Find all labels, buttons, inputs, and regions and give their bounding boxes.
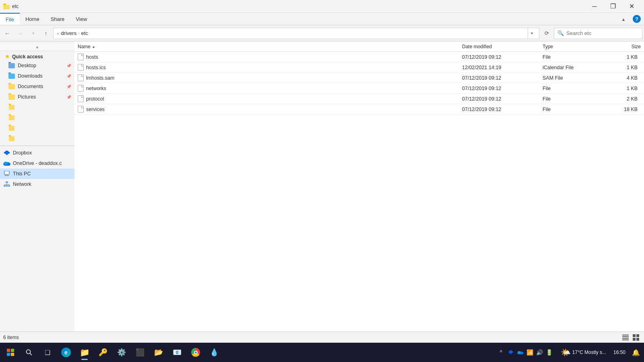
start-button[interactable] [2,343,19,361]
sidebar-item-documents[interactable]: Documents 📌 [0,81,74,92]
svg-rect-30 [11,349,14,352]
weather-widget[interactable]: 🌤️ 17°C Mostly s... [557,348,609,357]
sidebar-item-network[interactable]: Network [0,179,74,189]
onedrive-icon [3,160,10,167]
table-row[interactable]: protocol 07/12/2019 09:12 File 2 KB [74,94,644,104]
col-header-name[interactable]: Name ▲ [74,41,459,51]
maximize-button[interactable]: ❐ [604,0,622,13]
taskbar-app-chrome[interactable] [187,343,204,361]
taskbar-app-explorer[interactable]: 📁 [76,343,93,361]
downloads-label: Downloads [18,73,64,79]
minimize-button[interactable]: ─ [585,0,604,13]
file-date: 07/12/2019 09:12 [462,54,501,60]
file-name: lmhosts.sam [86,75,114,81]
status-bar: 6 items [0,331,644,343]
taskbar-app-folder[interactable]: 📂 [150,343,167,361]
sidebar-item-folder1[interactable] [0,102,74,113]
onedrive-tray-icon [517,350,524,354]
terminal-icon: ⬛ [136,348,144,357]
tray-chevron[interactable]: ^ [497,348,505,356]
tray-network-icon[interactable]: 📶 [526,348,534,356]
taskbar-app-terminal[interactable]: ⬛ [131,343,149,361]
details-view-button[interactable] [621,333,630,342]
taskbar-search-button[interactable] [20,343,38,361]
file-icon-2 [78,74,84,81]
taskbar-app-edge[interactable]: e [57,343,75,361]
sidebar-item-thispc[interactable]: This PC [0,169,74,179]
file-icon-3 [78,85,84,92]
svg-rect-11 [4,175,9,176]
taskbar-app-dropbox-taskbar[interactable]: 💧 [205,343,223,361]
tab-share[interactable]: Share [45,13,70,25]
svg-rect-14 [6,185,8,187]
file-name: hosts [86,54,98,60]
address-bar[interactable]: « drivers › etc ▾ [53,28,539,39]
quick-access-header[interactable]: ★ Quick access [0,51,74,60]
close-button[interactable]: ✕ [622,0,641,13]
col-header-type[interactable]: Type [539,41,604,51]
file-date: 07/12/2019 09:12 [462,86,501,91]
network-label: Network [13,181,71,187]
file-icon-5 [78,106,84,113]
back-button[interactable]: ← [2,28,13,39]
tab-view[interactable]: View [70,13,93,25]
svg-rect-32 [11,353,14,356]
col-header-date[interactable]: Date modified [459,41,539,51]
taskbar-app-settings[interactable]: ⚙️ [113,343,130,361]
table-row[interactable]: services 07/12/2019 09:12 File 18 KB [74,104,644,115]
col-date-label: Date modified [462,44,492,49]
forward-button[interactable]: → [14,28,26,39]
help-button[interactable]: ? [633,15,641,23]
taskbar-search-icon [26,349,32,356]
sidebar-item-onedrive[interactable]: OneDrive - deaddox.c [0,158,74,169]
table-row[interactable]: lmhosts.sam 07/12/2019 09:12 SAM File 4 … [74,73,644,83]
tray-speaker-icon[interactable]: 🔊 [536,348,544,356]
folder3-icon [8,125,15,132]
notification-button[interactable]: 🔔 [630,343,642,361]
svg-rect-1 [3,4,6,5]
file-date: 07/12/2019 09:12 [462,96,501,102]
file-date-cell: 07/12/2019 09:12 [459,73,539,83]
file-type: SAM File [543,75,563,81]
taskbar-app-mail[interactable]: 📧 [168,343,186,361]
scroll-up-indicator[interactable]: ▲ [0,43,74,51]
file-size: 2 KB [627,96,638,102]
sidebar-item-downloads[interactable]: Downloads 📌 [0,71,74,81]
svg-rect-19 [7,184,7,185]
tab-home[interactable]: Home [20,13,45,25]
breadcrumb-separator-left: « [57,31,59,36]
file-name-cell: networks [74,83,459,93]
sidebar-item-dropbox[interactable]: Dropbox [0,148,74,158]
taskbar-taskview-button[interactable]: ❏ [39,343,56,361]
quick-access-label: Quick access [12,54,43,60]
dropbox-icon [3,149,10,156]
sidebar-item-folder4[interactable] [0,134,74,144]
refresh-button[interactable]: ⟳ [541,28,552,39]
col-header-size[interactable]: Size [604,41,644,51]
sidebar-item-folder2[interactable] [0,113,74,123]
dropbox-taskbar-icon: 💧 [210,348,219,357]
taskbar-app-credential[interactable]: 🔑 [94,343,112,361]
sidebar-item-folder3[interactable] [0,123,74,134]
file-date-cell: 12/02/2021 14:19 [459,62,539,72]
large-icons-view-button[interactable] [631,333,641,342]
taskbar-clock[interactable]: 16:50 [610,349,629,356]
tray-battery-icon[interactable]: 🔋 [545,348,553,356]
table-row[interactable]: networks 07/12/2019 09:12 File 1 KB [74,83,644,94]
up-button[interactable]: ↑ [40,28,52,39]
search-box[interactable]: 🔍 [554,28,642,39]
address-dropdown-button[interactable]: ▾ [528,28,536,39]
sidebar-item-pictures[interactable]: Pictures 📌 [0,92,74,102]
large-icons-view-icon [633,334,639,341]
sidebar-item-desktop[interactable]: Desktop 📌 [0,60,74,71]
tab-file[interactable]: File [0,13,20,25]
ribbon-expand-button[interactable]: ▲ [614,13,633,26]
table-row[interactable]: hosts.ics 12/02/2021 14:19 iCalendar Fil… [74,62,644,73]
breadcrumb-drivers[interactable]: drivers [61,30,76,36]
table-row[interactable]: hosts 07/12/2019 09:12 File 1 KB [74,52,644,62]
tray-dropbox-icon[interactable] [507,348,515,356]
recent-locations-button[interactable]: ▾ [27,28,39,39]
file-area: Name ▲ Date modified Type Size hosts 07/… [74,41,644,331]
tray-onedrive-icon[interactable] [516,348,524,356]
search-input[interactable] [566,30,639,36]
